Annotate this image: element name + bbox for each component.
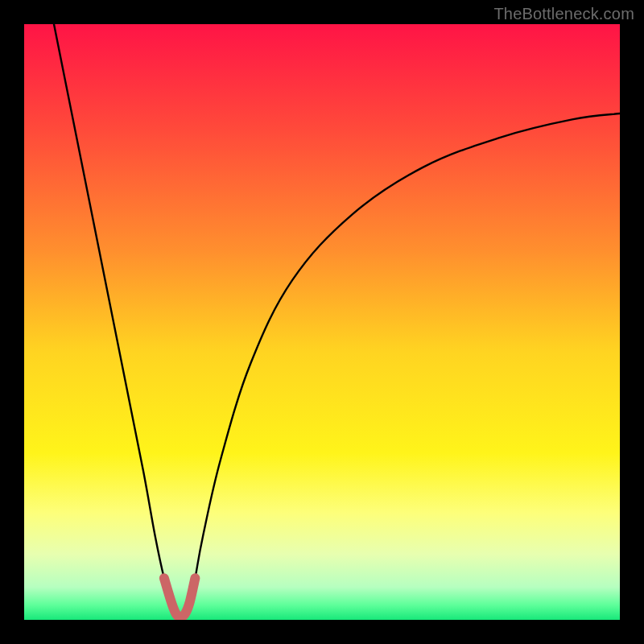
bottleneck-curve bbox=[24, 24, 620, 620]
plot-area bbox=[24, 24, 620, 620]
chart-stage: TheBottleneck.com bbox=[0, 0, 644, 644]
watermark-text: TheBottleneck.com bbox=[493, 5, 634, 23]
